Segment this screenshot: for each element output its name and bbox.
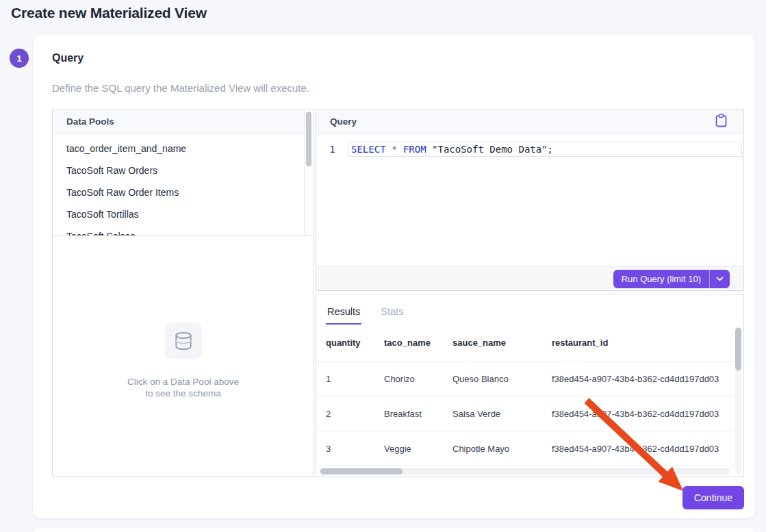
- sql-editor[interactable]: 1 SELECT * FROM "TacoSoft Demo Data";: [316, 134, 743, 266]
- sql-code-line[interactable]: SELECT * FROM "TacoSoft Demo Data";: [348, 142, 742, 157]
- results-vertical-scrollbar[interactable]: [735, 326, 741, 474]
- data-pool-item[interactable]: TacoSoft Raw Orders: [53, 160, 304, 181]
- column-header-sauce-name: sauce_name: [452, 338, 552, 348]
- scrollbar-thumb[interactable]: [320, 468, 403, 474]
- data-pools-column: Data Pools taco_order_item_and_name Taco…: [52, 110, 314, 477]
- cell-restaurant-id: f38ed454-a907-43b4-b362-cd4dd197dd03: [552, 409, 734, 419]
- query-results-panel: Results Stats quantity taco_name sauce_n…: [316, 294, 744, 477]
- chevron-down-icon[interactable]: [710, 270, 730, 288]
- results-horizontal-scrollbar[interactable]: [319, 468, 730, 474]
- data-pools-panel-header: Data Pools: [53, 110, 314, 134]
- table-row: 1 Chorizo Queso Blanco f38ed454-a907-43b…: [316, 362, 734, 396]
- data-pool-item[interactable]: TacoSoft Raw Order Items: [53, 181, 304, 203]
- step-heading: Query: [52, 52, 84, 64]
- cell-quantity: 3: [326, 444, 384, 454]
- tab-stats[interactable]: Stats: [379, 306, 405, 325]
- copy-query-button[interactable]: [711, 113, 730, 130]
- next-step-card-edge: [33, 529, 755, 532]
- data-pool-item[interactable]: taco_order_item_and_name: [53, 138, 304, 160]
- cell-sauce-name: Queso Blanco: [452, 374, 552, 384]
- column-header-restaurant-id: restaurant_id: [552, 338, 734, 348]
- sql-string: "TacoSoft Demo Data";: [432, 144, 553, 155]
- step-description: Define the SQL query the Materialized Vi…: [52, 82, 309, 94]
- cell-quantity: 1: [326, 374, 384, 384]
- query-column: Query 1 SELECT * FROM "Ta: [316, 110, 744, 477]
- cell-restaurant-id: f38ed454-a907-43b4-b362-cd4dd197dd03: [552, 444, 734, 454]
- query-panel-header: Query: [316, 110, 743, 134]
- query-panel-title: Query: [330, 116, 357, 127]
- data-pool-item[interactable]: TacoSoft Salsas: [53, 225, 304, 236]
- cell-taco-name: Chorizo: [384, 374, 452, 384]
- cell-quantity: 2: [326, 409, 384, 419]
- database-icon: [165, 322, 202, 359]
- query-editor-panel: Query 1 SELECT * FROM "Ta: [316, 110, 744, 291]
- column-header-taco-name: taco_name: [384, 338, 452, 348]
- data-pools-panel-title: Data Pools: [66, 116, 114, 127]
- cell-sauce-name: Salsa Verde: [452, 409, 552, 419]
- sql-keyword: SELECT: [351, 144, 392, 155]
- results-tabs: Results Stats: [316, 294, 405, 325]
- scrollbar-thumb[interactable]: [735, 328, 741, 370]
- run-query-toolbar: Run Query (limit 10): [316, 266, 743, 290]
- table-row: 2 Breakfast Salsa Verde f38ed454-a907-43…: [316, 396, 734, 431]
- column-header-quantity: quantity: [326, 338, 384, 348]
- cell-taco-name: Veggie: [384, 444, 452, 454]
- step-number-badge: 1: [10, 49, 29, 68]
- run-query-button[interactable]: Run Query (limit 10): [613, 270, 730, 288]
- page: Create new Materialized View 1 Query Def…: [0, 0, 766, 532]
- page-title: Create new Materialized View: [11, 5, 207, 21]
- query-step-panels: Data Pools taco_order_item_and_name Taco…: [52, 110, 744, 477]
- query-step-card: Query Define the SQL query the Materiali…: [33, 34, 755, 518]
- schema-hint-line2: to see the schema: [127, 388, 239, 399]
- continue-button[interactable]: Continue: [682, 486, 744, 509]
- scrollbar-thumb[interactable]: [306, 112, 311, 166]
- sql-operator: *: [392, 144, 403, 155]
- schema-hint-text: Click on a Data Pool above to see the sc…: [127, 376, 239, 399]
- data-pools-list: taco_order_item_and_name TacoSoft Raw Or…: [53, 134, 304, 236]
- run-query-label[interactable]: Run Query (limit 10): [613, 270, 709, 288]
- schema-hint-line1: Click on a Data Pool above: [127, 376, 239, 388]
- results-table: quantity taco_name sauce_name restaurant…: [316, 325, 734, 466]
- clipboard-copy-icon: [715, 114, 727, 129]
- cell-taco-name: Breakfast: [384, 409, 452, 419]
- cell-restaurant-id: f38ed454-a907-43b4-b362-cd4dd197dd03: [552, 374, 734, 384]
- cell-sauce-name: Chipotle Mayo: [452, 444, 552, 454]
- line-number: 1: [316, 142, 348, 157]
- data-pool-item[interactable]: TacoSoft Tortillas: [53, 203, 304, 225]
- table-row: 3 Veggie Chipotle Mayo f38ed454-a907-43b…: [316, 431, 734, 466]
- data-pools-scrollbar[interactable]: [304, 110, 314, 236]
- schema-placeholder-panel: Click on a Data Pool above to see the sc…: [52, 236, 314, 477]
- data-pools-panel: Data Pools taco_order_item_and_name Taco…: [52, 110, 314, 236]
- table-header-row: quantity taco_name sauce_name restaurant…: [316, 325, 734, 362]
- sql-keyword: FROM: [403, 144, 432, 155]
- tab-results[interactable]: Results: [326, 306, 361, 325]
